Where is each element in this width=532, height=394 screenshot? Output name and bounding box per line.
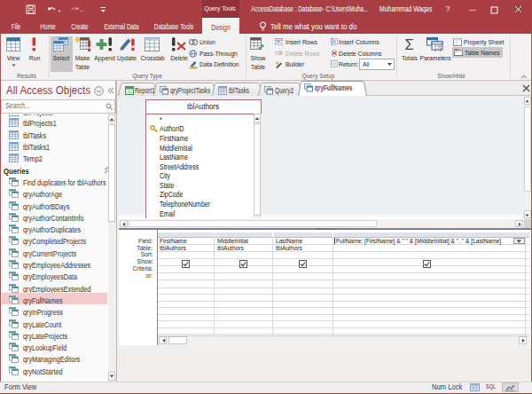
svg-text:[?]: [?] xyxy=(434,44,442,51)
svg-text:xyz: xyz xyxy=(454,48,459,51)
